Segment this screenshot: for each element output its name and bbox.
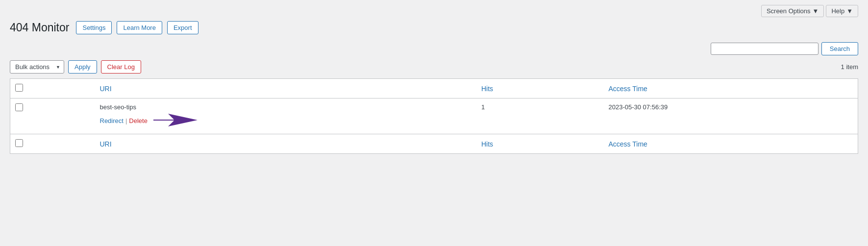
th-hits[interactable]: Hits bbox=[476, 79, 604, 98]
search-input[interactable] bbox=[711, 43, 818, 55]
tfoot-access-time[interactable]: Access Time bbox=[604, 134, 858, 154]
monitor-table: URI Hits Access Time best-seo-tipsRedire… bbox=[10, 78, 858, 154]
select-all-checkbox[interactable] bbox=[15, 84, 23, 92]
arrow-annotation bbox=[153, 113, 198, 129]
bulk-actions-select[interactable]: Bulk actions bbox=[10, 60, 64, 74]
select-all-footer-checkbox[interactable] bbox=[15, 139, 23, 147]
items-count: 1 item bbox=[841, 63, 858, 71]
learn-more-button[interactable]: Learn More bbox=[117, 21, 162, 34]
redirect-link[interactable]: Redirect bbox=[100, 117, 124, 124]
screen-options-button[interactable]: Screen Options ▼ bbox=[761, 5, 824, 17]
access-time-value: 2023-05-30 07:56:39 bbox=[604, 98, 858, 134]
row-checkbox[interactable] bbox=[15, 103, 23, 111]
settings-button[interactable]: Settings bbox=[76, 21, 112, 34]
clear-log-button[interactable]: Clear Log bbox=[101, 60, 141, 74]
th-access-time[interactable]: Access Time bbox=[604, 79, 858, 98]
table-row: best-seo-tipsRedirect | Delete 12023-05-… bbox=[10, 98, 858, 134]
th-checkbox bbox=[10, 79, 95, 98]
screen-options-chevron-icon: ▼ bbox=[813, 7, 819, 15]
tfoot-checkbox bbox=[10, 134, 95, 154]
hits-value: 1 bbox=[476, 98, 604, 134]
help-label: Help bbox=[831, 7, 844, 15]
th-uri[interactable]: URI bbox=[95, 79, 477, 98]
tfoot-uri[interactable]: URI bbox=[95, 134, 477, 154]
apply-button[interactable]: Apply bbox=[68, 60, 97, 74]
bulk-actions-wrapper: Bulk actions bbox=[10, 60, 64, 74]
search-button[interactable]: Search bbox=[821, 42, 858, 55]
page-title: 404 Monitor bbox=[10, 21, 69, 34]
svg-marker-0 bbox=[153, 114, 198, 126]
help-button[interactable]: Help ▼ bbox=[826, 5, 858, 17]
action-separator: | bbox=[125, 117, 127, 124]
uri-value: best-seo-tips bbox=[100, 103, 472, 111]
tfoot-hits[interactable]: Hits bbox=[476, 134, 604, 154]
delete-link[interactable]: Delete bbox=[129, 117, 148, 124]
screen-options-label: Screen Options bbox=[767, 7, 811, 15]
export-button[interactable]: Export bbox=[167, 21, 198, 34]
help-chevron-icon: ▼ bbox=[846, 7, 853, 15]
